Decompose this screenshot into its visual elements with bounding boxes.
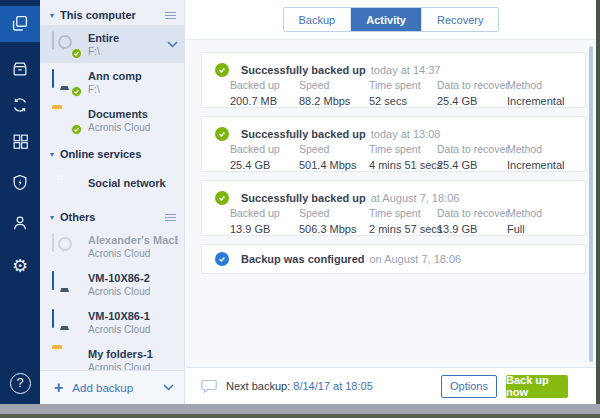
help-icon[interactable]: ? bbox=[10, 373, 31, 394]
field-value: 25.4 GB bbox=[437, 159, 509, 171]
sidebar-list: ▾ This computer Entire F:\ An bbox=[40, 0, 184, 370]
disk-icon bbox=[52, 234, 79, 258]
next-backup-text: Next backup: 8/14/17 at 18:05 bbox=[226, 380, 373, 392]
field-value: 506.3 Mbps bbox=[299, 223, 356, 235]
sidebar-item-vm2[interactable]: VM-10X86-2 Acronis Cloud bbox=[40, 265, 184, 303]
menu-icon[interactable] bbox=[165, 10, 176, 21]
configured-check-icon bbox=[215, 252, 229, 266]
next-backup-label: Next backup: bbox=[226, 380, 290, 392]
activity-entry: Successfully backed up today at 14:37 Ba… bbox=[201, 52, 586, 108]
monitor-icon bbox=[52, 310, 79, 334]
activity-entry-configured: Backup was configured on August 7, 18:06 bbox=[201, 244, 586, 274]
activity-entry: Successfully backed up today at 13:08 Ba… bbox=[201, 116, 586, 172]
account-nav-icon[interactable] bbox=[0, 206, 40, 240]
activity-entry: Successfully backed up at August 7, 18:0… bbox=[201, 180, 586, 236]
entry-title: Successfully backed up bbox=[241, 192, 366, 204]
triangle-down-icon: ▾ bbox=[50, 213, 54, 222]
backup-source: Acronis Cloud bbox=[88, 324, 178, 335]
sidebar-item-social-network[interactable]: Social network bbox=[40, 164, 184, 202]
folder-icon bbox=[52, 108, 79, 132]
add-backup-button[interactable]: + Add backup bbox=[40, 370, 184, 404]
success-badge-icon bbox=[71, 48, 82, 59]
vertical-scrollbar[interactable] bbox=[589, 46, 593, 362]
archive-box-icon bbox=[10, 59, 30, 79]
window-edge-right bbox=[596, 0, 600, 404]
backup-name: Documents bbox=[88, 108, 178, 120]
backup-source: Acronis Cloud bbox=[88, 286, 178, 297]
person-icon bbox=[10, 213, 30, 233]
settings-nav-icon[interactable]: ⚙ bbox=[0, 248, 40, 282]
entry-title: Successfully backed up bbox=[241, 128, 366, 140]
field-label: Method bbox=[507, 207, 542, 219]
tab-backup[interactable]: Backup bbox=[284, 8, 351, 31]
backup-now-button[interactable]: Back up now bbox=[506, 375, 568, 398]
tab-recovery[interactable]: Recovery bbox=[421, 8, 498, 31]
sidebar-item-ann-comp[interactable]: Ann comp F:\ bbox=[40, 63, 184, 101]
monitor-icon bbox=[52, 70, 79, 94]
add-backup-label: Add backup bbox=[72, 382, 163, 394]
section-header-label: Others bbox=[60, 211, 165, 223]
sidebar-item-documents[interactable]: Documents Acronis Cloud bbox=[40, 101, 184, 139]
sidebar-item-entire[interactable]: Entire F:\ bbox=[40, 25, 184, 63]
success-check-icon bbox=[215, 191, 229, 205]
section-online-services[interactable]: ▾ Online services bbox=[40, 139, 184, 164]
sidebar-item-my-folders[interactable]: My folders-1 Acronis Cloud bbox=[40, 341, 184, 370]
sidebar-item-macbook[interactable]: Alexander's MacBoo... Acronis Cloud bbox=[40, 227, 184, 265]
message-bubble-icon bbox=[201, 379, 217, 393]
menu-icon[interactable] bbox=[165, 212, 176, 223]
field-label: Speed bbox=[299, 207, 356, 219]
backup-source: F:\ bbox=[88, 84, 178, 95]
folder-icon bbox=[52, 348, 79, 370]
backup-name: VM-10X86-1 bbox=[88, 310, 178, 322]
copy-icon bbox=[9, 13, 31, 35]
backup-name: My folders-1 bbox=[88, 348, 178, 360]
field-label: Method bbox=[507, 143, 564, 155]
field-label: Time spent bbox=[369, 207, 442, 219]
plus-icon: + bbox=[54, 379, 63, 397]
section-this-computer[interactable]: ▾ This computer bbox=[40, 0, 184, 25]
field-value: 25.4 GB bbox=[437, 95, 509, 107]
success-badge-icon bbox=[71, 86, 82, 97]
field-label: Data to recover bbox=[437, 79, 509, 91]
tab-activity[interactable]: Activity bbox=[350, 8, 421, 31]
field-value: 52 secs bbox=[369, 95, 421, 107]
activity-list: Successfully backed up today at 14:37 Ba… bbox=[186, 40, 596, 367]
field-label: Speed bbox=[299, 79, 350, 91]
field-label: Backed up bbox=[230, 143, 280, 155]
field-label: Time spent bbox=[369, 143, 442, 155]
entry-time: on August 7, 18:06 bbox=[369, 253, 461, 265]
field-value: 2 mins 57 secs bbox=[369, 223, 442, 235]
field-value: 25.4 GB bbox=[230, 159, 280, 171]
field-value: 4 mins 51 secs bbox=[369, 159, 442, 171]
backup-sidebar: ▾ This computer Entire F:\ An bbox=[40, 0, 185, 404]
archive-nav-icon[interactable] bbox=[0, 52, 40, 86]
backup-source: Acronis Cloud bbox=[88, 248, 178, 259]
field-value: 88.2 Mbps bbox=[299, 95, 350, 107]
entry-time: at August 7, 18:06 bbox=[371, 192, 460, 204]
monitor-icon bbox=[52, 272, 79, 296]
backup-name: VM-10X86-2 bbox=[88, 272, 178, 284]
entry-time: today at 14:37 bbox=[371, 64, 441, 76]
backup-source: Acronis Cloud bbox=[88, 362, 178, 371]
icon-rail: ⚙ ? bbox=[0, 0, 40, 404]
section-others[interactable]: ▾ Others bbox=[40, 202, 184, 227]
options-button[interactable]: Options bbox=[441, 375, 497, 398]
main-panel: Backup Activity Recovery Successfully ba… bbox=[186, 0, 596, 404]
field-label: Speed bbox=[299, 143, 356, 155]
sync-arrows-icon bbox=[10, 95, 30, 115]
field-value: Incremental bbox=[507, 159, 564, 171]
protection-nav-icon[interactable] bbox=[0, 166, 40, 200]
chevron-down-icon[interactable] bbox=[167, 41, 178, 48]
dashboard-nav-icon[interactable] bbox=[0, 124, 40, 158]
sync-nav-icon[interactable] bbox=[0, 88, 40, 122]
grid-icon bbox=[11, 132, 30, 151]
entry-title: Successfully backed up bbox=[241, 64, 366, 76]
backup-nav-icon[interactable] bbox=[0, 6, 40, 42]
disk-icon bbox=[52, 32, 79, 56]
success-check-icon bbox=[215, 63, 229, 77]
field-value: Incremental bbox=[507, 95, 564, 107]
chevron-down-icon[interactable] bbox=[163, 384, 174, 391]
sidebar-item-vm1[interactable]: VM-10X86-1 Acronis Cloud bbox=[40, 303, 184, 341]
field-label: Time spent bbox=[369, 79, 421, 91]
backup-name: Ann comp bbox=[88, 70, 178, 82]
